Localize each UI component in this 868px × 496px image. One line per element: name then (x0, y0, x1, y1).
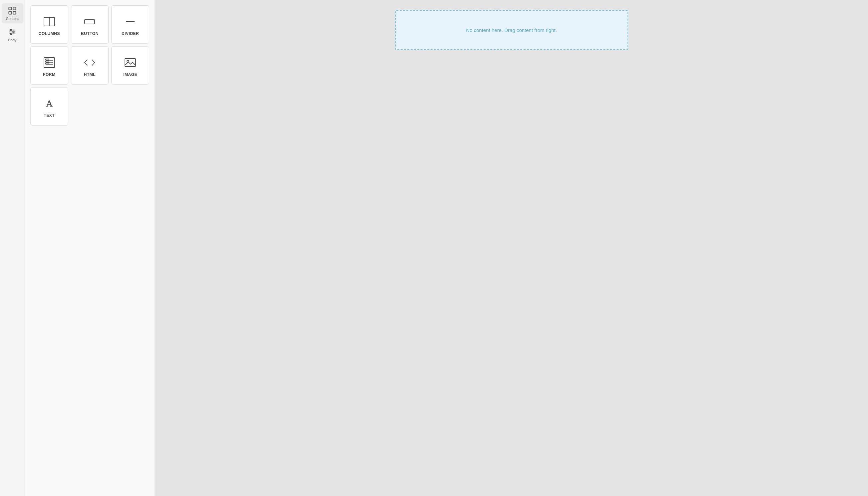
content-panel: COLUMNS BUTTON DIVIDER (25, 0, 155, 496)
widget-tile-divider[interactable]: DIVIDER (111, 5, 149, 44)
sidebar-item-content[interactable]: Content (2, 3, 23, 23)
widget-tile-text[interactable]: A TEXT (30, 87, 68, 125)
svg-point-7 (13, 31, 14, 33)
widget-label-image: IMAGE (123, 72, 137, 77)
widget-label-html: HTML (84, 72, 96, 77)
button-tile-icon (83, 15, 96, 28)
widget-tile-image[interactable]: IMAGE (111, 46, 149, 84)
sidebar-item-content-label: Content (6, 17, 19, 21)
widget-tile-form[interactable]: FORM (30, 46, 68, 84)
svg-rect-21 (125, 59, 136, 66)
canvas-area: No content here. Drag content from right… (155, 0, 868, 496)
form-tile-icon (43, 56, 56, 69)
widget-label-divider: DIVIDER (122, 31, 139, 36)
columns-tile-icon (43, 15, 56, 28)
widget-label-form: FORM (43, 72, 55, 77)
svg-point-9 (10, 33, 12, 35)
svg-rect-0 (9, 7, 12, 10)
svg-rect-2 (9, 11, 12, 14)
html-tile-icon (83, 56, 96, 69)
widget-tile-columns[interactable]: COLUMNS (30, 5, 68, 44)
svg-rect-12 (85, 19, 95, 24)
svg-rect-19 (46, 61, 49, 62)
widget-tile-html[interactable]: HTML (71, 46, 109, 84)
svg-rect-1 (13, 7, 16, 10)
svg-point-5 (10, 29, 12, 31)
svg-text:A: A (46, 98, 53, 109)
widget-label-button: BUTTON (81, 31, 98, 36)
drop-zone[interactable]: No content here. Drag content from right… (395, 10, 628, 50)
widget-tile-button[interactable]: BUTTON (71, 5, 109, 44)
sidebar: Content Body (0, 0, 25, 496)
svg-rect-3 (13, 11, 16, 14)
svg-rect-20 (46, 63, 49, 64)
sidebar-item-body-label: Body (8, 38, 16, 42)
drop-zone-text: No content here. Drag content from right… (466, 27, 557, 33)
svg-rect-18 (46, 59, 49, 60)
widget-grid: COLUMNS BUTTON DIVIDER (30, 5, 149, 125)
widget-label-columns: COLUMNS (39, 31, 60, 36)
sidebar-item-body[interactable]: Body (2, 25, 23, 45)
text-tile-icon: A (43, 97, 56, 110)
widget-label-text: TEXT (44, 113, 55, 118)
body-icon (7, 27, 17, 36)
divider-tile-icon (124, 15, 137, 28)
content-icon (7, 6, 17, 15)
image-tile-icon (124, 56, 137, 69)
